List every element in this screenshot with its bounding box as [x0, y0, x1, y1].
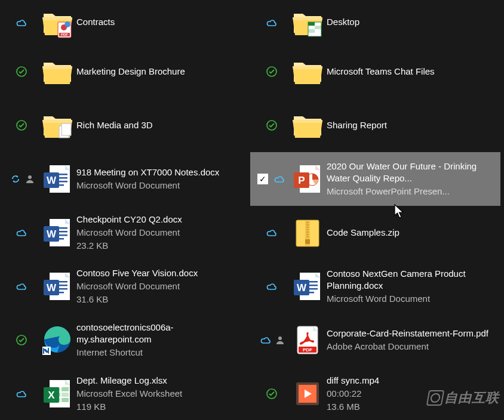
file-item[interactable]: ✓2020 Our Water Our Future - Drinking Wa…: [250, 152, 500, 206]
status-column: ✓: [255, 172, 288, 186]
status-column: [255, 119, 288, 132]
file-item[interactable]: Sharing Report: [250, 98, 500, 152]
file-icon-column: [288, 324, 327, 356]
file-icon-column: [38, 270, 76, 302]
status-column: [5, 387, 38, 400]
cloud-status-icon: [265, 16, 278, 29]
shared-person-icon: [23, 172, 34, 186]
file-type: Internet Shortcut: [76, 347, 244, 359]
file-size: 119 KB: [76, 401, 244, 413]
edge-shortcut-icon: [41, 324, 73, 356]
file-item[interactable]: Contoso Five Year Vision.docxMicrosoft W…: [0, 260, 250, 313]
status-column: [5, 280, 38, 293]
word-icon: [291, 270, 324, 302]
folder-excel-icon: [291, 7, 324, 39]
file-icon-column: [38, 378, 76, 410]
file-item[interactable]: Desktop: [250, 0, 500, 45]
status-column: [5, 172, 38, 186]
file-name: Checkpoint CY20 Q2.docx: [76, 214, 244, 226]
file-item[interactable]: Corporate-Card-Reinstatement-Form.pdfAdo…: [250, 313, 500, 367]
excel-icon: [41, 378, 73, 410]
powerpoint-icon: [291, 163, 324, 195]
file-name: contosoelectronics006a-my.sharepoint.com: [76, 322, 244, 346]
file-name: Contoso Five Year Vision.docx: [76, 267, 244, 279]
file-text-column: Dept. Mileage Log.xlsxMicrosoft Excel Wo…: [76, 375, 250, 413]
file-text-column: contosoelectronics006a-my.sharepoint.com…: [76, 322, 250, 359]
file-text-column: Checkpoint CY20 Q2.docxMicrosoft Word Do…: [76, 214, 250, 252]
file-text-column: Rich Media and 3D: [76, 119, 250, 131]
file-name: Microsoft Teams Chat Files: [327, 66, 494, 78]
folder-icon: [291, 109, 324, 141]
file-icon-column: [288, 163, 327, 195]
pdf-icon: [291, 324, 324, 356]
file-icon-column: [288, 378, 327, 410]
file-item[interactable]: Rich Media and 3D: [0, 98, 250, 152]
file-name: Dept. Mileage Log.xlsx: [76, 375, 244, 387]
file-icon-column: [38, 217, 76, 249]
folder-multi-icon: [41, 109, 73, 141]
zip-icon: [291, 217, 324, 249]
status-column: [255, 226, 288, 239]
file-icon-column: [288, 109, 327, 141]
selection-checkbox[interactable]: ✓: [257, 174, 268, 184]
synced-status-icon: [15, 333, 28, 347]
cloud-status-icon: [273, 172, 286, 186]
file-icon-column: [38, 324, 76, 356]
file-text-column: Contoso Five Year Vision.docxMicrosoft W…: [76, 267, 250, 306]
folder-icon: [291, 55, 324, 88]
file-name: 918 Meeting on XT7000 Notes.docx: [76, 166, 244, 178]
status-column: [5, 119, 38, 132]
file-type: Microsoft Word Document: [76, 227, 244, 239]
status-column: [5, 65, 38, 78]
file-text-column: Corporate-Card-Reinstatement-Form.pdfAdo…: [327, 328, 500, 353]
file-text-column: Contracts: [76, 16, 250, 28]
folder-icon: [41, 55, 73, 88]
synced-status-icon: [15, 119, 28, 132]
file-item[interactable]: Microsoft Teams Chat Files: [250, 45, 500, 98]
file-name: Desktop: [327, 16, 494, 28]
file-text-column: Microsoft Teams Chat Files: [327, 66, 500, 78]
cloud-status-icon: [265, 226, 278, 239]
file-text-column: 2020 Our Water Our Future - Drinking Wat…: [327, 160, 500, 198]
file-name: Corporate-Card-Reinstatement-Form.pdf: [327, 328, 494, 339]
file-name: Marketing Design Brochure: [76, 66, 244, 78]
file-icon-column: [38, 7, 76, 39]
file-item[interactable]: Contracts: [0, 0, 250, 45]
file-item[interactable]: Code Samples.zip: [250, 206, 500, 260]
cloud-status-icon: [15, 280, 28, 293]
status-column: [255, 333, 288, 347]
word-icon: [41, 270, 73, 302]
file-text-column: Code Samples.zip: [327, 227, 500, 239]
file-name: Contoso NextGen Camera Product Planning.…: [327, 268, 494, 292]
file-type: Microsoft Word Document: [76, 280, 244, 292]
word-icon: [41, 163, 73, 195]
file-item[interactable]: Checkpoint CY20 Q2.docxMicrosoft Word Do…: [0, 206, 250, 260]
file-icon-column: [288, 55, 327, 88]
file-item[interactable]: 918 Meeting on XT7000 Notes.docxMicrosof…: [0, 152, 250, 206]
file-size: 23.2 KB: [76, 240, 244, 252]
status-column: [5, 16, 38, 29]
file-size: 31.6 KB: [76, 294, 244, 305]
cloud-status-icon: [259, 333, 271, 347]
file-item[interactable]: contosoelectronics006a-my.sharepoint.com…: [0, 313, 250, 367]
word-icon: [41, 217, 73, 249]
file-type: Microsoft Word Document: [327, 293, 494, 305]
file-item[interactable]: Marketing Design Brochure: [0, 45, 250, 98]
shared-person-icon: [273, 333, 284, 347]
file-text-column: Marketing Design Brochure: [76, 66, 250, 78]
synced-status-icon: [265, 387, 278, 400]
file-text-column: Contoso NextGen Camera Product Planning.…: [327, 268, 500, 305]
folder-pdf-icon: [41, 7, 73, 39]
cloud-status-icon: [15, 226, 28, 239]
cloud-status-icon: [15, 16, 28, 29]
file-item[interactable]: Dept. Mileage Log.xlsxMicrosoft Excel Wo…: [0, 367, 250, 420]
file-icon-column: [38, 163, 76, 195]
file-item[interactable]: Contoso NextGen Camera Product Planning.…: [250, 260, 500, 313]
file-icon-column: [288, 270, 327, 302]
status-column: [5, 333, 38, 347]
file-name: diff sync.mp4: [327, 375, 494, 387]
file-name: Sharing Report: [327, 119, 494, 131]
file-type: Adobe Acrobat Document: [327, 341, 494, 353]
status-column: [255, 65, 288, 78]
synced-status-icon: [15, 65, 28, 78]
